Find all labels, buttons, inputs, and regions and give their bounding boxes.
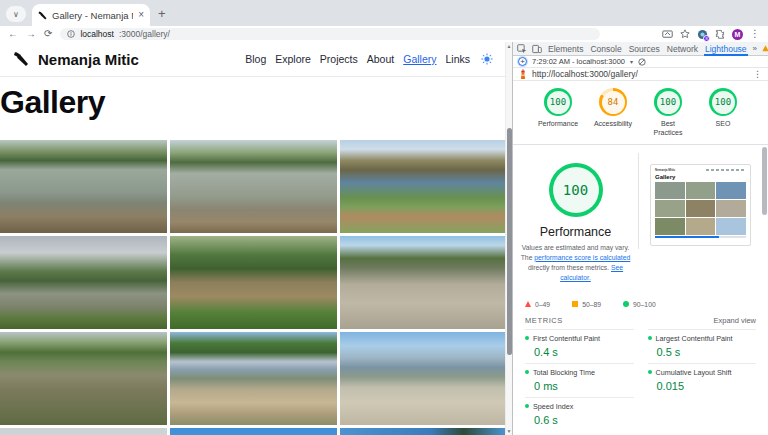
extensions-puzzle-icon[interactable] [715,29,725,39]
back-button[interactable]: ← [8,29,18,39]
run-dropdown-caret-icon[interactable]: ▾ [630,58,633,65]
devtools-tab-lighthouse[interactable]: Lighthouse [704,42,748,56]
new-report-button[interactable]: + [518,57,527,66]
gallery-photo[interactable] [340,236,505,329]
scroll-up-icon[interactable]: ▲ [506,43,512,49]
score-scale-legend: 0–49 50–89 90–100 [513,293,768,308]
send-to-device-icon[interactable] [662,30,673,39]
page-scrollbar[interactable]: ▲ ▼ [505,42,512,435]
page-scrollbar-thumb[interactable] [507,128,512,355]
toolbar-actions: 8 M ⋮ [662,29,760,40]
metric-value: 0.4 s [534,346,634,358]
performance-score: 100 [553,167,599,213]
score-accessibility[interactable]: 84 Accessibility [592,88,634,138]
metric-value: 0.5 s [657,346,757,358]
devtools-tab-bar: Elements Console Sources Network Lightho… [513,42,768,56]
new-tab-button[interactable]: + [158,6,166,21]
profile-avatar[interactable]: M [732,29,743,40]
score-calc-link[interactable]: performance score is calculated [534,254,630,261]
scroll-down-icon[interactable]: ▼ [506,428,512,434]
gallery-photo[interactable] [0,428,167,435]
metric-value: 0 ms [534,380,634,392]
theme-toggle-sun-icon[interactable] [481,53,493,65]
performance-description: Values are estimated and may vary. The p… [517,243,635,284]
score-value: 84 [602,91,625,114]
reload-button[interactable]: ⟳ [44,29,52,39]
devtools-tab-sources[interactable]: Sources [628,42,661,56]
metric-lcp[interactable]: Largest Contentful Paint 0.5 s [648,329,757,363]
browser-menu-icon[interactable]: ⋮ [750,29,760,39]
thumbnail-heading: Gallery [655,174,746,180]
gallery-photo[interactable] [170,140,337,233]
gallery-photo[interactable] [170,428,337,435]
gallery-photo[interactable] [170,236,337,329]
score-performance[interactable]: 100 Performance [537,88,579,138]
score-value: 100 [657,91,680,114]
nav-link-explore[interactable]: Explore [275,53,311,65]
metric-cls[interactable]: Cumulative Layout Shift 0.015 [648,363,757,397]
divider [638,153,639,249]
console-warnings-button[interactable]: 1 [762,44,768,53]
performance-gauge[interactable]: 100 [549,163,603,217]
performance-section: 100 Performance Values are estimated and… [513,145,768,293]
metric-tbt[interactable]: Total Blocking Time 0 ms [525,363,634,397]
site-header: Nemanja Mitic Blog Explore Projects Abou… [0,42,505,77]
gallery-photo[interactable] [340,140,505,233]
lighthouse-run-bar: + 7:29:02 AM - localhost:3000 ▾ [513,56,768,68]
report-menu-icon[interactable]: ⋮ [753,70,762,79]
gallery-photo[interactable] [0,140,167,233]
address-bar[interactable]: localhost:3000/gallery/ [60,28,600,40]
metric-status-icon [525,370,529,374]
report-run-selector[interactable]: 7:29:02 AM - localhost:3000 [532,57,625,66]
score-seo[interactable]: 100 SEO [702,88,744,138]
score-label: Accessibility [592,120,634,129]
url-path: :3000/gallery/ [119,29,170,39]
performance-title: Performance [513,225,638,239]
forward-button[interactable]: → [26,29,36,39]
nav-link-gallery[interactable]: Gallery [403,53,436,65]
nav-link-links[interactable]: Links [445,53,470,65]
gallery-photo[interactable] [170,332,337,425]
device-toolbar-icon[interactable] [532,44,542,54]
devtools-extension-icon[interactable]: 8 [697,29,708,40]
score-label: Performance [537,120,579,129]
tab-search-chevron-button[interactable]: ∨ [6,6,26,22]
site-title[interactable]: Nemanja Mitic [38,51,139,68]
gallery-photo[interactable] [0,332,167,425]
report-url-bar: http://localhost:3000/gallery/ ⋮ [513,68,768,81]
metrics-section-title: METRICS [525,316,563,325]
lighthouse-icon [519,69,527,80]
report-scrollbar-thumb[interactable] [762,147,767,215]
metric-value: 0.6 s [534,414,634,426]
page-screenshot-thumbnail[interactable]: Nemanja Mitic Gallery [650,164,751,246]
gallery-photo[interactable] [340,332,505,425]
extension-badge: 8 [703,35,710,42]
nav-link-about[interactable]: About [367,53,394,65]
bookmark-star-icon[interactable] [680,29,690,39]
devtools-tab-console[interactable]: Console [589,42,622,56]
score-best-practices[interactable]: 100 Best Practices [647,88,689,138]
site-logo-pen-icon[interactable] [12,50,30,68]
expand-view-button[interactable]: Expand view [713,316,756,325]
tab-close-icon[interactable]: × [138,10,144,20]
metric-status-icon [525,404,529,408]
inspect-element-icon[interactable] [517,44,527,54]
devtools-tab-elements[interactable]: Elements [547,42,584,56]
gallery-photo[interactable] [0,236,167,329]
average-range-icon [572,301,578,307]
metric-speed-index[interactable]: Speed Index 0.6 s [525,397,634,431]
thumbnail-progress-bar [655,236,746,238]
browser-tab-strip: ∨ Gallery - Nemanja Mitic × + [0,0,768,26]
metric-fcp[interactable]: First Contentful Paint 0.4 s [525,329,634,363]
nav-link-blog[interactable]: Blog [245,53,266,65]
nav-link-projects[interactable]: Projects [320,53,358,65]
devtools-tab-network[interactable]: Network [666,42,699,56]
metric-value: 0.015 [657,380,757,392]
clear-reports-icon[interactable] [638,58,646,66]
browser-tab[interactable]: Gallery - Nemanja Mitic × [32,4,150,26]
more-tabs-icon[interactable]: » [753,44,757,53]
metric-status-icon [648,370,652,374]
category-scores: 100 Performance 84 Accessibility 100 Bes… [513,81,768,138]
gallery-photo[interactable] [340,428,505,435]
site-info-icon[interactable] [67,30,75,38]
